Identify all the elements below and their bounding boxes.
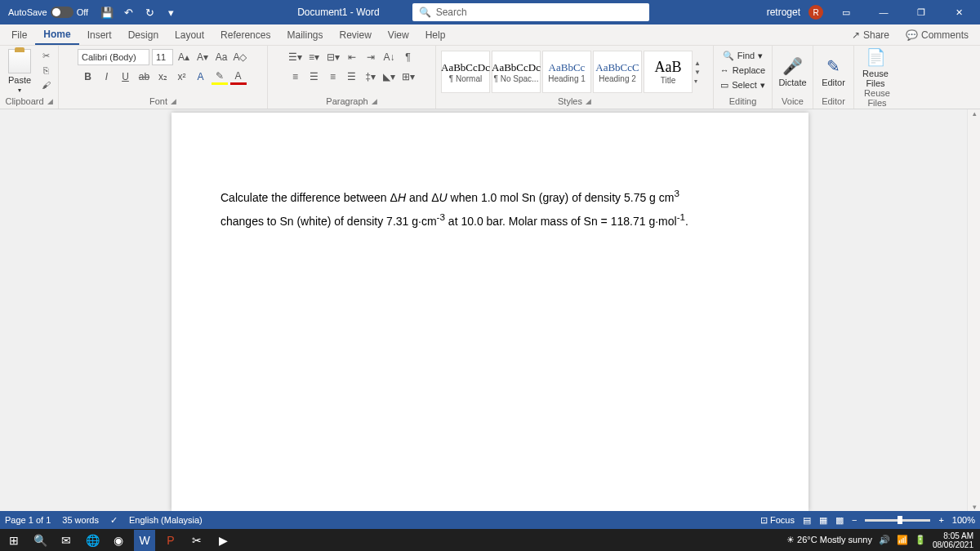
start-icon[interactable]: ⊞ bbox=[3, 530, 24, 551]
show-marks-icon[interactable]: ¶ bbox=[400, 49, 416, 65]
format-painter-icon[interactable]: 🖌 bbox=[38, 78, 54, 91]
borders-icon[interactable]: ⊞▾ bbox=[400, 69, 416, 85]
tab-home[interactable]: Home bbox=[35, 24, 78, 45]
tab-review[interactable]: Review bbox=[331, 24, 379, 45]
multilevel-icon[interactable]: ⊟▾ bbox=[325, 49, 341, 65]
language-indicator[interactable]: English (Malaysia) bbox=[129, 515, 203, 525]
weather-widget[interactable]: ☀ 26°C Mostly sunny bbox=[786, 535, 872, 545]
page-indicator[interactable]: Page 1 of 1 bbox=[5, 515, 51, 525]
dialog-launcher-icon[interactable]: ◢ bbox=[372, 97, 377, 105]
superscript-button[interactable]: x² bbox=[174, 69, 190, 85]
increase-indent-icon[interactable]: ⇥ bbox=[363, 49, 379, 65]
print-layout-icon[interactable]: ▦ bbox=[819, 515, 827, 526]
vertical-scrollbar[interactable] bbox=[967, 109, 980, 511]
copy-icon[interactable]: ⎘ bbox=[38, 64, 54, 77]
editor-button[interactable]: ✎Editor bbox=[817, 56, 850, 87]
close-icon[interactable]: ✕ bbox=[944, 0, 973, 24]
edge-icon[interactable]: 🌐 bbox=[82, 530, 103, 551]
wifi-icon[interactable]: 📶 bbox=[897, 535, 908, 545]
dialog-launcher-icon[interactable]: ◢ bbox=[586, 97, 591, 105]
mail-icon[interactable]: ✉ bbox=[56, 530, 77, 551]
spellcheck-icon[interactable]: ✓ bbox=[110, 515, 118, 526]
justify-icon[interactable]: ☰ bbox=[344, 69, 360, 85]
change-case-icon[interactable]: Aa bbox=[213, 49, 229, 65]
zoom-slider[interactable] bbox=[865, 519, 930, 522]
tab-insert[interactable]: Insert bbox=[79, 24, 120, 45]
shading-icon[interactable]: ◣▾ bbox=[381, 69, 398, 85]
toggle-switch[interactable] bbox=[51, 7, 74, 18]
tab-mailings[interactable]: Mailings bbox=[278, 24, 331, 45]
subscript-button[interactable]: x₂ bbox=[155, 69, 172, 85]
shrink-font-icon[interactable]: A▾ bbox=[194, 49, 211, 65]
share-button[interactable]: ↗ Share bbox=[844, 24, 898, 45]
bullets-icon[interactable]: ☰▾ bbox=[287, 49, 304, 65]
strikethrough-button[interactable]: ab bbox=[136, 69, 153, 85]
style-normal[interactable]: AaBbCcDc¶ Normal bbox=[441, 51, 490, 93]
zoom-out-icon[interactable]: − bbox=[852, 515, 857, 525]
dialog-launcher-icon[interactable]: ◢ bbox=[171, 97, 176, 105]
decrease-indent-icon[interactable]: ⇤ bbox=[344, 49, 360, 65]
search-input[interactable]: 🔍 Search bbox=[412, 3, 649, 21]
sound-icon[interactable]: 🔊 bbox=[879, 535, 890, 545]
bold-button[interactable]: B bbox=[80, 69, 96, 85]
comments-button[interactable]: 💬 Comments bbox=[898, 24, 977, 45]
snip-icon[interactable]: ✂ bbox=[186, 530, 207, 551]
powerpoint-icon[interactable]: P bbox=[160, 530, 181, 551]
document-line1[interactable]: Calculate the difference between ΔH and … bbox=[220, 184, 760, 208]
clear-format-icon[interactable]: A◇ bbox=[232, 49, 248, 65]
text-effects-icon[interactable]: A bbox=[193, 69, 209, 85]
restore-icon[interactable]: ❐ bbox=[906, 0, 936, 24]
replace-button[interactable]: ↔ Replace bbox=[720, 64, 765, 77]
sort-icon[interactable]: A↓ bbox=[381, 49, 398, 65]
tab-layout[interactable]: Layout bbox=[167, 24, 212, 45]
username[interactable]: retroget bbox=[767, 7, 800, 18]
tab-references[interactable]: References bbox=[212, 24, 278, 45]
word-count[interactable]: 35 words bbox=[62, 515, 99, 525]
chrome-icon[interactable]: ◉ bbox=[108, 530, 129, 551]
style-heading2[interactable]: AaBbCcCHeading 2 bbox=[593, 51, 642, 93]
qat-more-icon[interactable]: ▾ bbox=[162, 3, 180, 21]
read-mode-icon[interactable]: ▤ bbox=[803, 515, 811, 526]
media-icon[interactable]: ▶ bbox=[212, 530, 234, 551]
undo-icon[interactable]: ↶ bbox=[119, 3, 137, 21]
grow-font-icon[interactable]: A▴ bbox=[176, 49, 192, 65]
line-spacing-icon[interactable]: ‡▾ bbox=[363, 69, 379, 85]
italic-button[interactable]: I bbox=[99, 69, 115, 85]
align-left-icon[interactable]: ≡ bbox=[287, 69, 304, 85]
tab-view[interactable]: View bbox=[380, 24, 417, 45]
redo-icon[interactable]: ↻ bbox=[140, 3, 158, 21]
battery-icon[interactable]: 🔋 bbox=[915, 535, 926, 545]
align-right-icon[interactable]: ≡ bbox=[325, 69, 341, 85]
clock[interactable]: 8:05 AM 08/06/2021 bbox=[933, 531, 977, 549]
focus-mode-button[interactable]: ⊡ Focus bbox=[760, 515, 795, 526]
cut-icon[interactable]: ✂ bbox=[38, 49, 54, 62]
style-no-spacing[interactable]: AaBbCcDc¶ No Spac... bbox=[492, 51, 541, 93]
save-icon[interactable]: 💾 bbox=[98, 3, 116, 21]
font-name-combo[interactable]: Calibri (Body) bbox=[78, 49, 149, 65]
document-page[interactable]: Calculate the difference between ΔH and … bbox=[172, 113, 808, 511]
select-button[interactable]: ▭ Select ▾ bbox=[720, 78, 765, 91]
styles-more-icon[interactable]: ▲▼▾ bbox=[694, 60, 706, 85]
dialog-launcher-icon[interactable]: ◢ bbox=[47, 97, 53, 105]
font-color-icon[interactable]: A bbox=[230, 69, 247, 85]
search-task-icon[interactable]: 🔍 bbox=[29, 530, 51, 551]
word-icon[interactable]: W bbox=[134, 530, 155, 551]
tab-help[interactable]: Help bbox=[417, 24, 454, 45]
web-layout-icon[interactable]: ▩ bbox=[835, 515, 844, 526]
underline-button[interactable]: U bbox=[118, 69, 134, 85]
avatar[interactable]: R bbox=[808, 5, 823, 20]
tab-file[interactable]: File bbox=[3, 24, 35, 45]
autosave-toggle[interactable]: AutoSave Off bbox=[3, 7, 93, 18]
align-center-icon[interactable]: ☰ bbox=[306, 69, 323, 85]
zoom-level[interactable]: 100% bbox=[952, 515, 975, 525]
paste-button[interactable]: Paste ▾ bbox=[3, 49, 36, 94]
zoom-in-icon[interactable]: + bbox=[938, 515, 943, 525]
find-button[interactable]: 🔍 Find ▾ bbox=[723, 49, 763, 62]
document-line2[interactable]: changes to Sn (white) of density 7.31 g·… bbox=[220, 208, 760, 232]
tab-design[interactable]: Design bbox=[120, 24, 167, 45]
font-size-combo[interactable]: 11 bbox=[152, 49, 173, 65]
highlight-icon[interactable]: ✎ bbox=[212, 69, 228, 85]
dictate-button[interactable]: 🎤Dictate bbox=[776, 56, 809, 87]
reuse-files-button[interactable]: 📄Reuse Files bbox=[858, 47, 893, 88]
numbering-icon[interactable]: ≡▾ bbox=[306, 49, 323, 65]
